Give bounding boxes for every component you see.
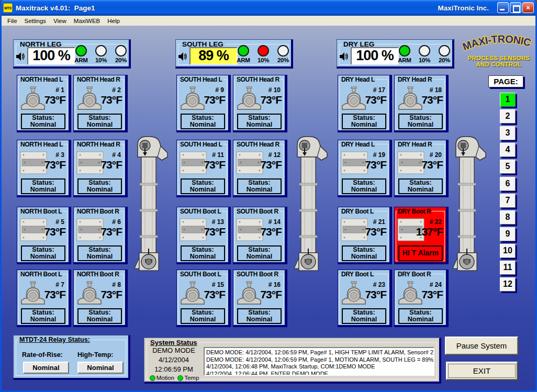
sensor-temp: 73°F [100,288,122,301]
speaker-icon[interactable] [178,52,188,63]
sensor-panel-17[interactable]: DRY Head L # 17 73°F St [338,75,392,132]
sensor-panel-9[interactable]: SOUTH Head L # 9 73°F S [176,75,231,132]
sensor-panel-21[interactable]: DRY Boot L # 21 73°F St [338,207,392,264]
sensor-title: NORTH Head R [76,141,121,148]
speaker-icon[interactable] [339,52,350,63]
sensor-number: # 2 [112,86,121,94]
sensor-status: Status:Nominal [181,114,225,129]
menu-item-help[interactable]: Help [104,17,124,25]
sensor-panel-22[interactable]: DRY Boot R # 22 137°F H [394,207,449,264]
sensor-panel-1[interactable]: NORTH Head L # 1 73°F S [17,75,71,132]
indicator-arm: ARM [233,45,253,63]
bearing-icon [236,86,263,113]
sensor-panel-4[interactable]: NORTH Head R # 4 73°F S [73,140,128,197]
leg-panel-south-leg: SOUTH LEG 89 % ARM10%20% [175,39,293,69]
page-button-10[interactable]: 10 [500,244,516,258]
sensor-title: NORTH Head L [19,76,64,83]
sensor-status: Status:Nominal [398,178,443,194]
svg-text:MAXI-TRONIC: MAXI-TRONIC [462,33,532,52]
sensor-panel-12[interactable]: SOUTH Head R # 12 73°F [233,140,287,197]
plate-icon [76,151,104,176]
sensor-number: # 22 [430,218,442,226]
pause-system-button[interactable]: Pause System [445,337,518,355]
speaker-icon[interactable] [16,52,26,63]
sensor-temp: 73°F [260,226,282,238]
page-button-4[interactable]: 4 [500,143,516,157]
sensor-panel-23[interactable]: DRY Boot L # 23 73°F St [338,270,392,327]
sensor-title: SOUTH Head R [236,76,281,83]
sensor-panel-13[interactable]: SOUTH Boot L # 13 73°F [176,207,231,264]
sensor-panel-20[interactable]: DRY Head R # 20 73°F St [394,140,449,197]
sensor-number: # 15 [212,281,224,288]
indicator-bulb [399,45,410,57]
log-line: 4/12/2004, 12:06:48 PM, MaxiTrack Startu… [206,363,432,371]
sensor-title: SOUTH Boot R [236,271,279,278]
sensor-title: SOUTH Head L [179,141,223,148]
sensor-panel-7[interactable]: NORTH Boot L # 7 73°F S [17,270,71,327]
sensor-number: # 4 [112,151,121,159]
sensor-status: Status:Nominal [398,308,443,324]
sensor-panel-8[interactable]: NORTH Boot R # 8 73°F S [73,270,128,327]
sensor-temp: 73°F [365,94,386,106]
plate-icon [341,218,368,243]
sensor-panel-10[interactable]: SOUTH Head R # 10 73°F [233,75,287,132]
page-button-7[interactable]: 7 [500,194,516,208]
event-log[interactable]: DEMO MODE: 4/12/2004, 12:06:59 PM, Page#… [204,347,434,376]
menu-item-maxiweb[interactable]: MaxiWEB [70,17,104,25]
page-button-8[interactable]: 8 [500,210,516,225]
maximize-button[interactable] [510,2,521,13]
page-button-9[interactable]: 9 [500,227,516,241]
page-button-11[interactable]: 11 [500,261,516,275]
system-status-info: DEMO MODE 4/12/2004 12:06:59 PM [146,346,202,375]
bearing-icon [236,281,263,307]
sensor-temp: 73°F [100,226,122,238]
system-indicators: Motion Temp [147,375,202,381]
sensor-number: # 5 [55,218,64,226]
sensor-temp: 73°F [44,226,65,238]
sensor-panel-19[interactable]: DRY Head L # 19 73°F St [338,140,392,197]
sensor-number: # 6 [112,218,121,226]
plate-icon [180,218,207,243]
menu-item-view[interactable]: View [50,17,70,25]
sensor-title: DRY Head R [397,141,433,148]
leg-level-value: 100 % [351,47,399,65]
page-button-5[interactable]: 5 [500,160,516,174]
sensor-panel-18[interactable]: DRY Head R # 18 73°F St [394,75,449,132]
sensor-panel-16[interactable]: SOUTH Boot R # 16 73°F [233,270,287,327]
page-button-2[interactable]: 2 [500,109,516,124]
page-button-3[interactable]: 3 [500,126,516,140]
menu-item-settings[interactable]: Settings [21,17,50,25]
indicator-label: 20% [273,57,293,63]
bearing-icon [341,86,368,113]
motion-indicator-icon [150,375,155,381]
sensor-panel-5[interactable]: NORTH Boot L # 5 73°F S [17,207,71,264]
exit-button[interactable]: EXIT [446,362,518,380]
sensor-panel-15[interactable]: SOUTH Boot L # 15 73°F [176,270,231,327]
close-button[interactable]: × [522,2,534,13]
sensor-number: # 21 [373,218,385,226]
client-area: MAXI-TRONIC PROCESS SENSORS AND CONTROL … [2,26,535,390]
indicator-arm: ARM [71,45,91,63]
sensor-panel-14[interactable]: SOUTH Boot R # 14 73°F [233,207,287,264]
indicator-bulb [115,45,127,57]
bearing-icon [397,86,424,113]
sensor-status: Status:Nominal [21,308,65,324]
page-button-12[interactable]: 12 [500,277,516,292]
menu-item-file[interactable]: File [4,17,21,25]
sensor-panel-3[interactable]: NORTH Head L # 3 73°F S [17,140,71,197]
page-button-6[interactable]: 6 [500,177,516,191]
page-button-1[interactable]: 1 [500,93,516,107]
sensor-panel-11[interactable]: SOUTH Head L # 11 73°F [176,140,231,197]
page-label: PAGE: [488,75,523,87]
sensor-number: # 17 [373,86,385,94]
sensor-number: # 1 [55,86,64,94]
sensor-status: Status:Nominal [398,114,443,129]
motion-indicator-label: Motion [156,375,175,381]
sensor-temp: 73°F [421,94,443,106]
indicator-bulb [439,45,450,57]
indicator-label: ARM [71,57,91,63]
sensor-panel-2[interactable]: NORTH Head R # 2 73°F S [73,75,128,132]
sensor-panel-24[interactable]: DRY Boot R # 24 73°F St [394,270,449,327]
sensor-panel-6[interactable]: NORTH Boot R # 6 73°F S [73,207,128,264]
minimize-button[interactable] [497,2,509,13]
